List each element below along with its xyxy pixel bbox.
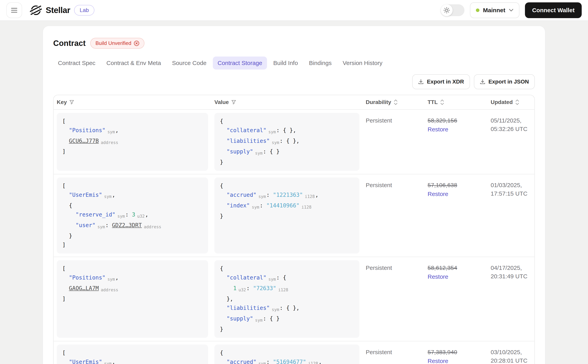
type-label: sym xyxy=(258,194,266,199)
column-label: Value xyxy=(214,99,229,105)
storage-row: [ "Positions"sym, GCU6…J77Baddress]{ "co… xyxy=(54,109,534,174)
type-label: i128 xyxy=(278,288,288,292)
column-header-value[interactable]: Value xyxy=(211,95,363,109)
key-code-block: [ "Positions"sym, GCU6…J77Baddress] xyxy=(57,113,208,171)
updated-line: 05:32:26 UTC xyxy=(491,125,531,133)
type-label: address xyxy=(101,288,118,292)
type-label: sym xyxy=(255,151,263,156)
storage-table-header: KeyValueDurabilityTTLUpdated xyxy=(54,95,534,109)
contract-card: Contract Build Unverified Contract SpecC… xyxy=(43,26,545,364)
type-label: sym xyxy=(118,214,125,219)
storage-table: KeyValueDurabilityTTLUpdated [ "Position… xyxy=(53,95,535,364)
column-header-durability[interactable]: Durability xyxy=(363,95,425,109)
key-cell: [ "Positions"sym, GAOG…LA7Maddress] xyxy=(54,257,211,341)
theme-toggle[interactable] xyxy=(441,4,464,16)
type-label: sym xyxy=(272,140,279,145)
durability-cell: Persistent xyxy=(363,257,425,341)
value-code-block: { "collateral"sym: { 1u32: "72633"i128 }… xyxy=(214,260,359,338)
tab-bindings[interactable]: Bindings xyxy=(304,57,336,70)
ttl-value: 57,106,638 xyxy=(428,181,484,189)
lab-badge: Lab xyxy=(74,5,94,16)
close-circle-icon[interactable] xyxy=(134,41,139,46)
type-label: sym xyxy=(107,277,115,282)
updated-cell: 04/17/2025,20:31:49 UTC xyxy=(488,257,534,341)
type-label: address xyxy=(101,140,118,145)
export-json-label: Export in JSON xyxy=(489,78,529,85)
export-xdr-button[interactable]: Export in XDR xyxy=(412,74,470,89)
value-cell: { "collateral"sym: { }, "liabilities"sym… xyxy=(211,110,363,174)
updated-line: 05/11/2025, xyxy=(491,117,531,125)
address-link[interactable]: GAOG…LA7M xyxy=(69,285,99,292)
storage-table-body: [ "Positions"sym, GCU6…J77Baddress]{ "co… xyxy=(54,109,534,364)
column-label: Updated xyxy=(491,99,513,105)
column-header-ttl[interactable]: TTL xyxy=(425,95,488,109)
key-code-block: [ "Positions"sym, GAOG…LA7Maddress] xyxy=(57,260,208,338)
value-cell: { "collateral"sym: { 1u32: "72633"i128 }… xyxy=(211,257,363,341)
updated-line: 20:31:49 UTC xyxy=(491,272,531,281)
network-selector[interactable]: Mainnet xyxy=(470,2,519,18)
restore-link[interactable]: Restore xyxy=(428,357,448,364)
updated-line: 20:28:01 UTC xyxy=(491,357,531,364)
tab-version-history[interactable]: Version History xyxy=(338,57,387,70)
updated-line: 01/03/2025, xyxy=(491,181,531,189)
restore-link[interactable]: Restore xyxy=(428,125,448,134)
type-label: sym xyxy=(268,277,276,282)
updated-cell: 05/11/2025,05:32:26 UTC xyxy=(488,110,534,174)
tab-build-info[interactable]: Build Info xyxy=(268,57,303,70)
ttl-cell: 58,329,156Restore xyxy=(425,110,488,174)
stellar-logo-icon xyxy=(30,4,42,16)
type-label: sym xyxy=(258,361,266,364)
type-label: address xyxy=(144,225,161,229)
page-title: Contract xyxy=(53,39,85,48)
menu-button[interactable] xyxy=(6,2,22,18)
tab-source-code[interactable]: Source Code xyxy=(167,57,211,70)
export-json-button[interactable]: Export in JSON xyxy=(474,74,535,89)
download-icon xyxy=(418,79,424,84)
sort-icon[interactable] xyxy=(440,99,444,105)
restore-link[interactable]: Restore xyxy=(428,190,448,198)
contract-tabs: Contract SpecContract & Env MetaSource C… xyxy=(53,57,535,70)
type-label: sym xyxy=(268,130,276,134)
address-link[interactable]: GCU6…J77B xyxy=(69,138,99,144)
updated-cell: 01/03/2025,17:57:15 UTC xyxy=(488,174,534,257)
type-label: i128 xyxy=(308,361,318,364)
filter-icon[interactable] xyxy=(231,100,236,105)
key-cell: [ "Positions"sym, GCU6…J77Baddress] xyxy=(54,110,211,174)
tab-contract-env-meta[interactable]: Contract & Env Meta xyxy=(102,57,166,70)
ttl-value: 58,329,156 xyxy=(428,117,484,125)
column-header-key[interactable]: Key xyxy=(54,95,211,109)
updated-line: 04/17/2025, xyxy=(491,264,531,272)
value-code-block: { "accrued"sym: "1221363"i128, "index"sy… xyxy=(214,177,359,254)
type-label: sym xyxy=(252,205,259,210)
column-label: Durability xyxy=(366,99,391,105)
sort-icon[interactable] xyxy=(393,99,398,105)
value-code-block: { "accrued"sym: "51694677"i128, "index"s… xyxy=(214,344,359,364)
column-label: Key xyxy=(57,99,67,105)
type-label: i128 xyxy=(305,194,315,199)
tab-contract-spec[interactable]: Contract Spec xyxy=(53,57,100,70)
sort-icon[interactable] xyxy=(515,99,519,105)
tab-contract-storage[interactable]: Contract Storage xyxy=(213,57,267,70)
type-label: sym xyxy=(255,318,263,323)
value-cell: { "accrued"sym: "51694677"i128, "index"s… xyxy=(211,341,363,364)
download-icon xyxy=(480,79,485,84)
type-label: sym xyxy=(98,225,105,229)
restore-link[interactable]: Restore xyxy=(428,273,448,281)
address-link[interactable]: GDZ2…3DRT xyxy=(112,222,142,228)
storage-row: [ "Positions"sym, GAOG…LA7Maddress]{ "co… xyxy=(54,257,534,341)
durability-cell: Persistent xyxy=(363,174,425,257)
build-unverified-badge: Build Unverified xyxy=(90,38,144,49)
column-header-updated[interactable]: Updated xyxy=(488,95,534,109)
type-label: sym xyxy=(104,361,111,364)
filter-icon[interactable] xyxy=(69,100,74,105)
brand[interactable]: Stellar Lab xyxy=(30,4,94,16)
topbar: Stellar Lab xyxy=(0,0,588,21)
key-code-block: [ "UserEmis"sym, { "reserve_id"sym: 3u32… xyxy=(57,344,208,364)
key-cell: [ "UserEmis"sym, { "reserve_id"sym: 3u32… xyxy=(54,341,211,364)
key-cell: [ "UserEmis"sym, { "reserve_id"sym: 3u32… xyxy=(54,174,211,257)
type-label: u32 xyxy=(238,288,246,292)
hamburger-icon xyxy=(11,7,17,13)
value-code-block: { "collateral"sym: { }, "liabilities"sym… xyxy=(214,113,359,171)
network-label: Mainnet xyxy=(483,7,505,13)
connect-wallet-button[interactable]: Connect Wallet xyxy=(525,2,582,18)
